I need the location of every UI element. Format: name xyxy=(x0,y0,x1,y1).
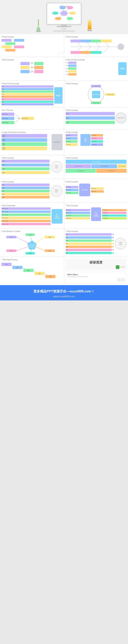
cell-title: 5 Part Concept xyxy=(2,181,62,183)
cell-d1: 3 Part Concept → → → → 宝鸟 xyxy=(0,34,64,57)
svg-line-1 xyxy=(64,8,70,13)
svg-text:Text: Text xyxy=(5,264,8,265)
cell-d7: 3 to 1 Process 24 Pt Text 24 Pt Text 24 … xyxy=(0,108,64,129)
svg-text:Heading: Heading xyxy=(30,246,34,248)
cell-title: 3 Part Concept xyxy=(66,109,127,111)
cell-title: 7 Part Concept xyxy=(66,230,127,232)
cell-d14: 5 Part Concept 18 Pt Text 18 Pt Text 18 … xyxy=(64,179,128,203)
cell-title: 5 Part Concept xyxy=(66,181,127,183)
monitor-screen: 3 Part Concept xyxy=(47,3,81,24)
monitor-label: 宝鸟图片 xyxy=(61,28,67,30)
cell-title: 3 Part Concept xyxy=(66,83,127,85)
svg-text:24 pt: 24 pt xyxy=(48,250,51,252)
cell-d17: 6 Text Arrows to Center 28 Point Heading… xyxy=(0,228,64,257)
svg-rect-20 xyxy=(70,51,81,54)
cell-title: 3 Part Concept xyxy=(2,59,62,61)
svg-text:24 pt: 24 pt xyxy=(10,250,13,252)
svg-line-13 xyxy=(86,47,91,52)
svg-line-43 xyxy=(17,247,28,251)
svg-point-7 xyxy=(117,44,124,50)
svg-line-3 xyxy=(64,13,70,18)
svg-rect-18 xyxy=(91,40,101,42)
cell-title: 3 Part Concept xyxy=(2,36,62,38)
svg-text:Text: Text xyxy=(38,273,41,274)
cell-d2: 3 Part Concept xyxy=(64,34,128,57)
svg-line-49 xyxy=(36,247,45,251)
footer-banner: 更多精品PPT资源尽在—sucai999.com！ www.sucai999.c… xyxy=(0,285,128,300)
svg-line-12 xyxy=(77,47,81,52)
svg-rect-16 xyxy=(70,40,81,42)
svg-rect-17 xyxy=(81,40,91,42)
decorative-pencils xyxy=(87,20,92,32)
cell-d13: 5 Part Concept Text Text Text Text Text … xyxy=(0,179,64,203)
svg-text:24 pt: 24 pt xyxy=(10,236,13,238)
svg-line-14 xyxy=(95,47,100,52)
cell-title: 7 Part Concept xyxy=(66,205,127,207)
cell-title: 4 Part Concept xyxy=(66,131,127,133)
svg-line-32 xyxy=(17,237,28,243)
converge-arrows xyxy=(15,112,21,125)
cell-title: 3 to 1 Process xyxy=(2,109,62,111)
svg-line-8 xyxy=(77,42,81,47)
cell-d5: 2 Part 8 Part Concept Text Text Text Tex… xyxy=(0,81,64,107)
cell-title: 6 Text Arrows to Center xyxy=(2,230,62,232)
main-grid: 3 Part Concept → → → → 宝鸟 3 Pa xyxy=(0,34,128,285)
svg-line-9 xyxy=(86,42,91,47)
cell-title: 4 Large Text Boxes w/ Arrows xyxy=(2,131,62,133)
svg-line-36 xyxy=(30,236,32,240)
svg-line-0 xyxy=(62,8,64,13)
cell-d6: 3 Part Concept 26 Point Text 22 Point Ti… xyxy=(64,81,128,107)
svg-rect-19 xyxy=(101,40,111,42)
cell-thanks: 谢谢观赏 🌿 某某图片 WPS Office The Presentation … xyxy=(64,257,128,285)
cell-d4: 2 Part 2/3 Part Concept Text Text Text T… xyxy=(64,57,128,81)
cell-title: 7 Part Step Process xyxy=(2,259,62,261)
arrows-center-svg: 28 Point Heading 24 pt 24 pt 24 pt xyxy=(5,233,59,255)
svg-text:Text: Text xyxy=(16,267,19,268)
svg-line-39 xyxy=(36,237,45,243)
svg-line-46 xyxy=(30,250,32,252)
cell-d10: 4 Part Concept 24 pt text 24 pt text 24 … xyxy=(64,130,128,155)
cell-d12: 5 Part Concept Your Text Here Your Text … xyxy=(64,155,128,179)
svg-line-2 xyxy=(64,13,73,13)
svg-text:Text: Text xyxy=(27,270,30,271)
cell-d15: 6 Part Schematic 20 Point Title 30 Point… xyxy=(0,203,64,228)
footer-line2: www.sucai999.com xyxy=(2,295,126,298)
svg-line-11 xyxy=(104,42,109,47)
svg-line-4 xyxy=(58,13,64,18)
svg-line-5 xyxy=(55,13,64,13)
cell-title: 2 Part 2/3 Part Concept xyxy=(66,59,127,61)
cell-d16: 7 Part Concept 20 Point Title 20 Point T… xyxy=(64,203,128,228)
hero-section: 3 Part Concept xyxy=(0,0,128,34)
svg-line-10 xyxy=(95,42,100,47)
cell-d18: 7 Part Concept Text Text Text Text xyxy=(64,228,128,257)
cell-title: 5 Part Concept xyxy=(66,157,127,159)
cell-d9: 4 Large Text Boxes w/ Arrows 24 ptText 2… xyxy=(0,130,64,155)
monitor-wrapper: 3 Part Concept xyxy=(47,3,81,32)
step-process-svg: Text Text Text Text Text xyxy=(2,262,56,280)
svg-rect-22 xyxy=(91,51,101,54)
cell-d3: 3 Part Concept ⟳ ⟲ ⟳ xyxy=(0,57,64,81)
fishbone-svg xyxy=(66,38,127,55)
footer-line1: 更多精品PPT资源尽在—sucai999.com！ xyxy=(2,289,126,294)
svg-text:24 pt: 24 pt xyxy=(48,236,51,238)
cell-d11: 4 Part Concept Text Text Text Text Topic… xyxy=(0,155,64,179)
svg-text:Text: Text xyxy=(49,276,51,277)
cell-title: 6 Part Schematic xyxy=(2,205,62,207)
decorative-plant xyxy=(36,19,41,32)
svg-marker-26 xyxy=(19,118,21,119)
svg-line-15 xyxy=(104,47,109,52)
cell-d8: 3 Part Concept Text Text Text Topic Here xyxy=(64,108,128,129)
svg-rect-21 xyxy=(81,51,91,54)
svg-text:24 pt: 24 pt xyxy=(29,234,32,236)
hub-lines xyxy=(49,5,79,22)
svg-text:24 pt: 24 pt xyxy=(29,253,32,254)
cell-title: 2 Part 8 Part Concept xyxy=(2,83,62,85)
svg-text:28 Point: 28 Point xyxy=(29,244,35,246)
cell-d19: 7 Part Step Process Text Text Text Text … xyxy=(0,257,64,285)
cell-title: 4 Part Concept xyxy=(2,157,62,159)
cell-title: 3 Part Concept xyxy=(66,36,127,38)
